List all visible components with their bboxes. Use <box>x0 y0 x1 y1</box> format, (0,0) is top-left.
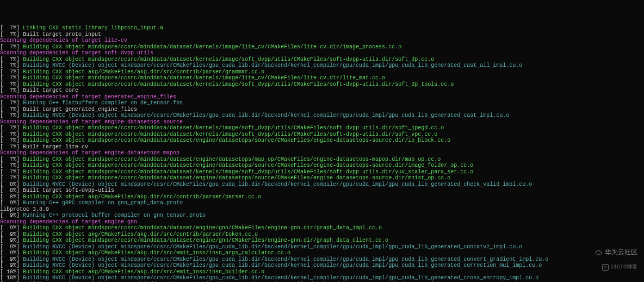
progress-pct: [ 9%] <box>0 244 23 250</box>
log-text: Building CXX object mindspore/ccsrc/mind… <box>23 162 473 168</box>
progress-pct: [ 8%] <box>0 194 23 200</box>
watermark-subtext: b51CTO博客 <box>587 264 637 271</box>
log-text: Building CXX object mindspore/ccsrc/mind… <box>23 57 434 62</box>
progress-pct: [ 7%] <box>0 169 23 175</box>
progress-pct: [ 9%] <box>0 237 23 243</box>
log-text: Building CXX object mindspore/ccsrc/mind… <box>23 137 450 143</box>
terminal-line: [ 8%] Built target soft-dvpp-utils <box>0 187 644 194</box>
log-text: Scanning dependencies of target engine-g… <box>0 219 137 225</box>
progress-pct: [ 7%] <box>0 44 23 50</box>
progress-pct: [ 9%] <box>0 250 23 256</box>
log-text: Building CXX object mindspore/ccsrc/mind… <box>23 175 450 181</box>
progress-pct: [ 7%] <box>0 137 23 143</box>
log-text: Building NVCC (Device) object mindspore/… <box>23 112 509 118</box>
terminal-line: Scanning dependencies of target engine-g… <box>0 219 644 225</box>
terminal-line: [ 7%] Building CXX object mindspore/ccsr… <box>0 131 644 138</box>
terminal-line: [ 9%] Building CXX object mindspore/ccsr… <box>0 225 644 231</box>
log-text: Building CXX object akg/CMakeFiles/akg.d… <box>23 194 261 200</box>
log-text: Building CXX object akg/CMakeFiles/akg.d… <box>23 269 264 275</box>
terminal-line: [ 7%] Building CXX object mindspore/ccsr… <box>0 125 644 131</box>
terminal-line: [ 10%] Building CXX object akg/CMakeFile… <box>0 269 644 275</box>
terminal-line: [ 7%] Building CXX object mindspore/ccsr… <box>0 57 644 63</box>
log-text: Running C++ protocol buffer compiler on … <box>23 212 206 218</box>
terminal-line: [ 7%] Building NVCC (Device) object mind… <box>0 112 644 119</box>
terminal-line: [ 7%] Building CXX object mindspore/ccsr… <box>0 169 644 176</box>
terminal-line: libprotoc 3.8.0 <box>0 206 644 213</box>
progress-pct: [ 7%] <box>0 131 23 137</box>
progress-pct: [ 7%] <box>0 156 23 162</box>
log-text: Building CXX object akg/CMakeFiles/akg.d… <box>23 250 290 256</box>
progress-pct: [ 8%] <box>0 181 23 187</box>
progress-pct: [ 7%] <box>0 175 23 181</box>
log-text: Scanning dependencies of target soft-dvp… <box>0 50 153 56</box>
terminal-line: [ 8%] Building CXX object akg/CMakeFiles… <box>0 194 644 200</box>
log-text: Building CXX object akg/CMakeFiles/akg.d… <box>23 231 258 237</box>
terminal-line: [ 7%] Building CXX object akg/CMakeFiles… <box>0 69 644 76</box>
log-text: Built target soft-dvpp-utils <box>23 187 114 193</box>
progress-pct: [ 7%] <box>0 57 23 62</box>
log-text: Building CXX object mindspore/ccsrc/mind… <box>23 44 401 50</box>
log-text: Building NVCC (Device) object mindspore/… <box>23 256 548 262</box>
terminal-line: [ 7%] Building NVCC (Device) object mind… <box>0 62 644 69</box>
log-text: Scanning dependencies of target lite-cv <box>0 37 127 43</box>
cloud-icon <box>595 249 605 257</box>
terminal-line: [ 7%] Building CXX object mindspore/ccsr… <box>0 175 644 181</box>
log-text: Building CXX object mindspore/ccsrc/mind… <box>23 237 388 243</box>
log-text: Building NVCC (Device) object mindspore/… <box>23 244 522 250</box>
terminal-line: [ 7%] Building CXX object mindspore/ccsr… <box>0 137 644 144</box>
terminal-line: [ 9%] Building NVCC (Device) object mind… <box>0 256 644 263</box>
terminal-line: [ 9%] Running C++ gRPC compiler on gnn_g… <box>0 200 644 206</box>
log-text: Building CXX object mindspore/ccsrc/mind… <box>23 75 385 81</box>
terminal-line: [ 7%] Linking CXX static library libprot… <box>0 25 644 32</box>
progress-pct: [ 9%] <box>0 256 23 262</box>
progress-pct: [ 7%] <box>0 125 23 131</box>
log-text: Building NVCC (Device) object mindspore/… <box>23 181 532 187</box>
progress-pct: [ 8%] <box>0 187 23 193</box>
terminal-line: [ 7%] Building CXX object mindspore/ccsr… <box>0 82 644 88</box>
terminal-line: [ 7%] Built target lite-cv <box>0 144 644 151</box>
terminal-line: Scanning dependencies of target lite-cv <box>0 37 644 44</box>
log-text: Building CXX object akg/CMakeFiles/akg.d… <box>23 69 264 75</box>
terminal-line: [ 8%] Building NVCC (Device) object mind… <box>0 181 644 188</box>
log-text: Built target generated_engine_files <box>23 106 137 112</box>
terminal-line: [ 7%] Building CXX object mindspore/ccsr… <box>0 75 644 82</box>
log-text: Building CXX object mindspore/ccsrc/mind… <box>23 82 454 87</box>
terminal-line: [ 9%] Running C++ protocol buffer compil… <box>0 212 644 219</box>
log-text: Building CXX object mindspore/ccsrc/mind… <box>23 225 382 231</box>
watermark: 华为云社区 b51CTO博客 <box>587 244 637 277</box>
progress-pct: [ 7%] <box>0 25 23 31</box>
progress-pct: [ 10%] <box>0 275 23 281</box>
terminal-line: Scanning dependencies of target generate… <box>0 94 644 101</box>
log-text: Running C++ gRPC compiler on gnn_graph_d… <box>23 200 183 206</box>
terminal-line: [ 7%] Building CXX object mindspore/ccsr… <box>0 156 644 163</box>
progress-pct: [ 7%] <box>0 82 23 87</box>
progress-pct: [ 7%] <box>0 32 23 37</box>
terminal-line: [ 7%] Running C++ flatbuffers compiler o… <box>0 100 644 106</box>
terminal-line: Scanning dependencies of target engine-d… <box>0 119 644 126</box>
terminal-line: [ 7%] Built target generated_engine_file… <box>0 106 644 113</box>
terminal-line: [ 9%] Building NVCC (Device) object mind… <box>0 244 644 250</box>
progress-pct: [ 7%] <box>0 144 23 150</box>
progress-pct: [ 10%] <box>0 269 23 275</box>
terminal-line: [ 9%] Building NVCC (Device) object mind… <box>0 262 644 269</box>
watermark-text: 华为云社区 <box>605 249 637 257</box>
terminal-line: [ 7%] Built target core <box>0 87 644 94</box>
log-text: Built target core <box>23 87 78 93</box>
terminal-line: [ 9%] Building CXX object akg/CMakeFiles… <box>0 250 644 256</box>
log-text: Building CXX object mindspore/ccsrc/mind… <box>23 169 473 175</box>
terminal-line: Scanning dependencies of target engine-d… <box>0 150 644 156</box>
progress-pct: [ 7%] <box>0 112 23 118</box>
progress-pct: [ 9%] <box>0 262 23 268</box>
progress-pct: [ 9%] <box>0 200 23 206</box>
terminal-output: [ 7%] Linking CXX static library libprot… <box>0 25 644 282</box>
log-text: Building NVCC (Device) object mindspore/… <box>23 62 522 68</box>
log-text: Scanning dependencies of target engine-d… <box>0 119 183 125</box>
progress-pct: [ 7%] <box>0 106 23 112</box>
progress-pct: [ 7%] <box>0 87 23 93</box>
log-text: Scanning dependencies of target generate… <box>0 94 176 100</box>
log-text: Building NVCC (Device) object mindspore/… <box>23 275 538 281</box>
log-text: Building NVCC (Device) object mindspore/… <box>23 262 542 268</box>
log-text: libprotoc 3.8.0 <box>0 206 49 212</box>
progress-pct: [ 7%] <box>0 75 23 81</box>
log-text: Running C++ flatbuffers compiler on de_t… <box>23 100 183 106</box>
